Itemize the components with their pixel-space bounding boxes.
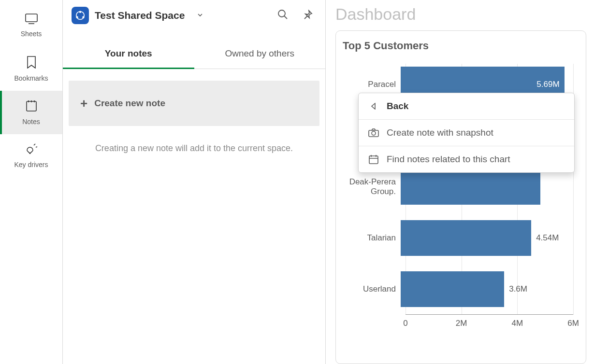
bar-value-label: 3.6M	[509, 284, 527, 294]
search-button[interactable]	[273, 6, 292, 25]
bar-value-label: 5.69M	[536, 80, 559, 89]
rail-item-sheets[interactable]: Sheets	[0, 4, 62, 47]
pin-button[interactable]	[298, 6, 318, 25]
dashboard-area: Dashboard Top 5 Customers 02M4M6M Parace…	[326, 0, 594, 364]
x-axis-line	[406, 314, 573, 315]
chart-context-menu: Back Create note with snapshot Find note…	[358, 93, 575, 173]
calendar-icon	[368, 154, 379, 164]
bar[interactable]	[401, 169, 540, 205]
bar-row: Talarian4.54M	[341, 217, 573, 259]
bar[interactable]	[401, 220, 531, 256]
svg-point-5	[83, 16, 84, 18]
search-icon	[277, 9, 289, 22]
chart-card: Top 5 Customers 02M4M6M Paracel5.69MAcer…	[335, 30, 586, 364]
svg-point-4	[76, 16, 78, 18]
rail-label: Notes	[22, 118, 40, 126]
svg-rect-0	[26, 14, 37, 22]
tab-owned-by-others[interactable]: Owned by others	[194, 40, 326, 69]
x-axis-ticks: 02M4M6M	[406, 317, 573, 331]
ctx-label: Back	[387, 101, 408, 112]
svg-point-3	[80, 11, 81, 13]
bar-track: 3.6M	[401, 271, 573, 307]
camera-icon	[368, 128, 379, 137]
ctx-create-note-snapshot[interactable]: Create note with snapshot	[359, 119, 574, 146]
bar-category-label: Userland	[341, 284, 401, 294]
space-icon	[72, 7, 89, 24]
rail-label: Bookmarks	[14, 74, 48, 82]
x-tick-label: 2M	[456, 319, 467, 328]
svg-point-8	[372, 131, 376, 135]
back-icon	[368, 103, 379, 110]
create-new-note-button[interactable]: + Create new note	[69, 81, 319, 126]
tab-label: Owned by others	[225, 48, 294, 58]
rail-item-key-drivers[interactable]: Key drivers	[0, 134, 62, 178]
tab-your-notes[interactable]: Your notes	[63, 40, 194, 69]
plus-icon: +	[80, 97, 87, 110]
rail-label: Sheets	[21, 30, 42, 38]
notes-icon	[26, 99, 37, 114]
rail-label: Key drivers	[14, 161, 48, 168]
rail-item-notes[interactable]: Notes	[0, 91, 62, 134]
space-dropdown[interactable]	[193, 12, 207, 19]
notes-panel: Test Shared Space Your notes Owned by ot…	[63, 0, 326, 364]
ctx-label: Create note with snapshot	[387, 127, 493, 138]
x-tick-label: 6M	[567, 319, 579, 328]
svg-rect-1	[27, 101, 36, 111]
ctx-label: Find notes related to this chart	[387, 154, 510, 165]
bar-category-label: Deak-Perera Group.	[341, 177, 401, 196]
x-tick-label: 4M	[512, 319, 523, 328]
tab-label: Your notes	[105, 48, 152, 58]
bookmark-icon	[27, 56, 36, 70]
bar-value-label: 4.54M	[536, 233, 559, 243]
sheet-icon	[25, 14, 38, 26]
key-drivers-icon	[25, 143, 38, 157]
create-note-label: Create new note	[94, 98, 165, 109]
bar[interactable]	[401, 271, 504, 307]
bar-category-label: Paracel	[341, 80, 401, 89]
svg-point-6	[278, 10, 285, 17]
ctx-find-related-notes[interactable]: Find notes related to this chart	[359, 146, 574, 172]
tabs: Your notes Owned by others	[63, 40, 325, 69]
bar-track: 4.54M	[401, 220, 573, 256]
bar-category-label: Talarian	[341, 233, 401, 243]
bar-track	[401, 169, 573, 205]
rail-item-bookmarks[interactable]: Bookmarks	[0, 47, 62, 91]
svg-rect-9	[369, 156, 378, 164]
bar-row: Userland3.6M	[341, 268, 573, 310]
empty-hint: Creating a new note will add it to the c…	[63, 143, 325, 154]
panel-header: Test Shared Space	[63, 0, 325, 31]
space-title: Test Shared Space	[95, 10, 185, 21]
pin-icon	[303, 10, 313, 21]
left-nav-rail: Sheets Bookmarks Notes Key drivers	[0, 0, 63, 364]
chart-title: Top 5 Customers	[341, 40, 581, 52]
dashboard-title: Dashboard	[335, 0, 586, 30]
x-tick-label: 0	[403, 319, 407, 328]
ctx-back[interactable]: Back	[359, 93, 574, 119]
